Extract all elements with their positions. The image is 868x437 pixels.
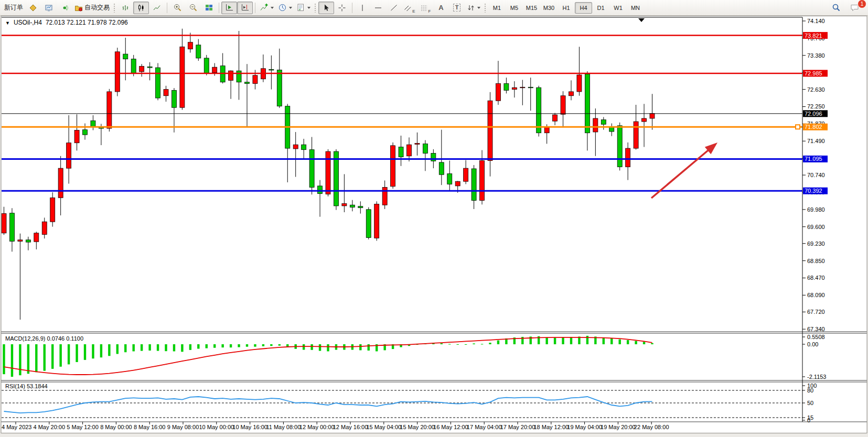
macd-axis-label: -2.1153 [807, 374, 827, 380]
candlestick-chart-button[interactable] [133, 2, 149, 14]
candle-body [212, 67, 217, 72]
macd-histogram-bar [643, 342, 645, 344]
macd-histogram-bar [213, 344, 216, 348]
time-tick-label: 8 May 16:00 [134, 424, 166, 430]
candle-body [464, 168, 468, 181]
timeframe-h4[interactable]: H4 [575, 2, 592, 14]
notifications-button[interactable]: 1 [847, 2, 863, 14]
macd-histogram-bar [197, 344, 199, 348]
timeframe-group: M1M5M15M30H1H4D1W1MN [488, 2, 644, 14]
timeframe-d1[interactable]: D1 [592, 2, 609, 14]
toolbar-grip[interactable] [113, 3, 116, 13]
vertical-line-tool-button[interactable] [355, 2, 370, 14]
candle-body [569, 92, 574, 96]
candle-body [544, 127, 549, 133]
indicators-button[interactable] [258, 2, 276, 14]
macd-histogram-bar [165, 344, 167, 351]
arrows-tool-button[interactable] [465, 2, 483, 14]
fibonacci-tool-button[interactable]: F [417, 2, 433, 14]
candle-body [537, 88, 541, 133]
chart-ohlc-values: 72.013 72.121 71.978 72.096 [46, 19, 128, 26]
trendline-icon [390, 4, 398, 12]
search-button[interactable] [828, 2, 844, 14]
rsi-indicator-label: RSI(14) 53.1844 [5, 383, 48, 389]
text-tool-button[interactable]: A [433, 2, 449, 14]
cursor-tool-button[interactable] [318, 2, 334, 14]
dropdown-caret[interactable] [307, 7, 310, 9]
bar-chart-icon [121, 4, 130, 12]
timeframe-m5[interactable]: M5 [506, 2, 523, 14]
macd-histogram-bar [457, 344, 459, 345]
templates-button[interactable] [294, 2, 313, 14]
candle-body [496, 83, 500, 101]
candle-body [455, 181, 460, 186]
toolbar-grip[interactable] [484, 3, 487, 13]
price-badge-label: 72.985 [805, 70, 822, 77]
timeframe-m1[interactable]: M1 [488, 2, 506, 14]
price-tick-label: 70.740 [807, 172, 825, 178]
bar-chart-button[interactable] [117, 2, 133, 14]
dropdown-caret[interactable] [271, 7, 274, 9]
price-tick-label: 69.600 [807, 224, 825, 230]
zoom-in-button[interactable] [169, 2, 185, 14]
new-order-button[interactable]: 新订单 [2, 2, 25, 14]
horizontal-line-icon [374, 4, 382, 12]
time-tick-label: 19 May 20:00 [601, 424, 636, 430]
signals-button[interactable] [57, 2, 72, 14]
macd-histogram-bar [230, 344, 232, 347]
macd-histogram-bar [76, 344, 78, 362]
macd-histogram-bar [148, 344, 151, 351]
macd-histogram-bar [189, 344, 191, 350]
symbol-dropdown-icon[interactable]: ▼ [5, 20, 10, 26]
candle-body [585, 74, 590, 133]
price-tick-label: 72.630 [807, 86, 825, 93]
macd-histogram-bar [68, 344, 70, 364]
trendline-tool-button[interactable] [386, 2, 402, 14]
tile-windows-button[interactable] [201, 2, 217, 14]
auto-scroll-button[interactable] [221, 2, 237, 14]
text-label-tool-button[interactable]: T [449, 2, 465, 14]
macd-histogram-bar [497, 341, 499, 344]
toolbar-separator [219, 3, 219, 13]
candle-body [253, 75, 258, 84]
macd-histogram-bar [562, 337, 564, 344]
candle-body [293, 145, 298, 149]
candle-body [237, 71, 241, 82]
macd-histogram-bar [635, 341, 637, 344]
candle-body [391, 146, 395, 187]
market-watch-button[interactable] [41, 2, 57, 14]
chart-shift-button[interactable] [237, 2, 253, 14]
toolbar-grip[interactable] [314, 3, 317, 13]
candle-body [309, 150, 314, 188]
timeframe-m15[interactable]: M15 [523, 2, 540, 14]
macd-histogram-bar [108, 344, 110, 356]
zoom-out-button[interactable] [185, 2, 201, 14]
dropdown-caret[interactable] [477, 7, 480, 9]
candle-body [617, 126, 622, 167]
channel-tool-button[interactable]: E [402, 2, 417, 14]
candle-body [374, 204, 379, 238]
timeframe-m30[interactable]: M30 [540, 2, 558, 14]
horizontal-line-tool-button[interactable] [370, 2, 386, 14]
timeframe-mn[interactable]: MN [627, 2, 644, 14]
macd-histogram-bar [141, 344, 143, 351]
time-tick-label: 17 May 04:00 [467, 424, 502, 430]
line-chart-button[interactable] [149, 2, 165, 14]
time-tick-label: 10 May 16:00 [232, 424, 267, 430]
periods-button[interactable] [276, 2, 294, 14]
crosshair-tool-button[interactable] [334, 2, 350, 14]
deposit-icon-button[interactable] [25, 2, 41, 14]
candle-body [140, 67, 144, 72]
dropdown-caret[interactable] [289, 7, 292, 9]
line-handle[interactable] [796, 125, 800, 129]
text-tool-glyph: A [438, 4, 443, 11]
auto-trading-button[interactable]: 自动交易 [72, 2, 112, 14]
macd-histogram-bar [181, 344, 183, 352]
timeframe-w1[interactable]: W1 [609, 2, 627, 14]
candle-body [471, 169, 476, 201]
candle-body [204, 58, 209, 73]
timeframe-h1[interactable]: H1 [558, 2, 575, 14]
candle-body [74, 130, 79, 143]
time-tick-label: 18 May 12:00 [533, 424, 569, 430]
chart-canvas[interactable]: 74.14073.76073.38073.00072.63072.25071.8… [0, 0, 868, 437]
